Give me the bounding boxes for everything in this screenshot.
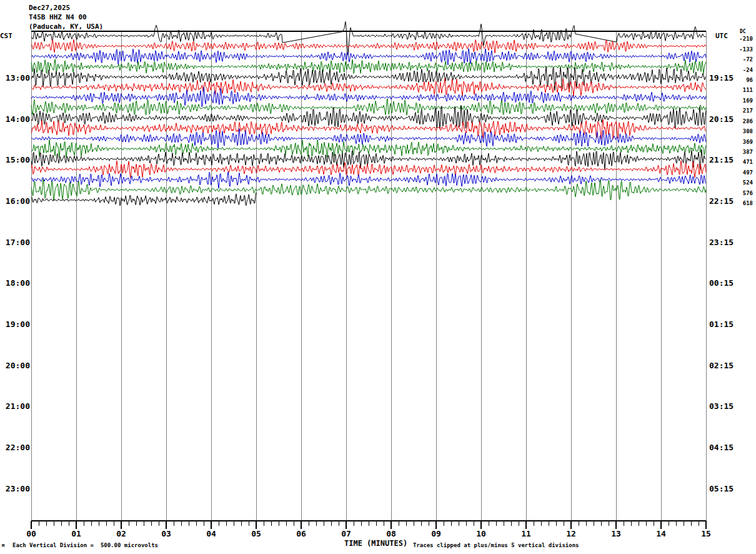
- seismic-trace: [31, 59, 706, 74]
- utc-hour-label: 05:15: [709, 485, 734, 493]
- dc-offset-value: 497: [725, 169, 753, 176]
- utc-hour-label: 04:15: [709, 443, 734, 452]
- utc-hour-label: 03:15: [709, 402, 734, 411]
- dc-offset-value: 308: [725, 128, 753, 134]
- utc-hour-label: 00:15: [709, 279, 734, 288]
- scale-note: Each Vertical Division = 500.00 microvol…: [12, 542, 158, 548]
- x-tick-label: 12: [561, 530, 581, 538]
- dc-offset-value: 217: [725, 108, 753, 114]
- x-tick-label: 00: [21, 530, 41, 538]
- cst-hour-label: 20:00: [5, 361, 30, 370]
- dc-column-header: DC: [740, 29, 746, 34]
- left-timezone-label: CST: [0, 32, 12, 40]
- dc-offset-value: 111: [725, 87, 753, 93]
- cst-hour-label: 23:00: [5, 485, 30, 493]
- dc-offset-value: 169: [725, 98, 753, 104]
- utc-hour-label: 01:15: [709, 320, 734, 329]
- cst-hour-label: 21:00: [5, 402, 30, 411]
- dc-offset-value: -24: [725, 67, 753, 73]
- title-station: T45B HHZ N4 00: [29, 13, 103, 22]
- cst-hour-label: 19:00: [5, 320, 30, 329]
- dc-offset-value: 576: [725, 190, 753, 196]
- x-tick-label: 09: [426, 530, 446, 538]
- x-tick-label: 02: [111, 530, 131, 538]
- x-tick-label: 04: [201, 530, 221, 538]
- seismogram-plot: [0, 0, 756, 554]
- seismic-trace: [31, 161, 706, 178]
- dc-offset-value: 471: [725, 159, 753, 165]
- seismic-trace: [31, 193, 256, 206]
- title-location: (Paducah, KY, USA): [29, 22, 103, 31]
- cst-hour-label: 14:00: [5, 115, 30, 124]
- x-tick-label: 08: [381, 530, 401, 538]
- seismic-trace: [31, 119, 706, 139]
- dc-offset-value: 286: [725, 118, 753, 124]
- x-tick-label: 03: [156, 530, 176, 538]
- cst-hour-label: 13:00: [5, 74, 30, 83]
- x-axis-title: TIME (MINUTES): [344, 539, 407, 548]
- seismic-trace: [31, 179, 706, 201]
- cst-hour-label: 18:00: [5, 279, 30, 288]
- utc-hour-label: 02:15: [709, 361, 734, 370]
- dc-offset-value: 387: [725, 149, 753, 155]
- x-tick-label: 15: [696, 530, 716, 538]
- seismic-trace: [31, 39, 706, 53]
- x-tick-label: 07: [336, 530, 356, 538]
- dc-offset-value: -133: [725, 46, 753, 53]
- x-tick-label: 11: [516, 530, 536, 538]
- cst-hour-label: 17:00: [5, 238, 30, 247]
- dc-offset-value: -72: [725, 56, 753, 63]
- clip-note: Traces clipped at plus/minus 5 vertical …: [413, 542, 579, 548]
- seismic-trace: [31, 172, 706, 189]
- seismic-trace: [31, 129, 706, 149]
- seismic-trace: [31, 79, 706, 96]
- dc-offset-value: -210: [725, 36, 753, 42]
- x-tick-label: 01: [66, 530, 86, 538]
- helicorder-screen: Dec27,2025 T45B HHZ N4 00 (Paducah, KY, …: [0, 0, 756, 554]
- x-tick-label: 10: [471, 530, 491, 538]
- utc-hour-label: 23:15: [709, 238, 734, 247]
- dc-offset-value: 618: [725, 200, 753, 206]
- dc-offset-value: 524: [725, 179, 753, 186]
- seismic-trace: [31, 99, 706, 116]
- logo-mark: M: [2, 543, 4, 548]
- x-tick-label: 14: [651, 530, 671, 538]
- dc-offset-value: 96: [725, 77, 753, 83]
- cst-hour-label: 15:00: [5, 156, 30, 164]
- cst-hour-label: 16:00: [5, 197, 30, 206]
- title-block: Dec27,2025 T45B HHZ N4 00 (Paducah, KY, …: [29, 3, 103, 31]
- cst-hour-label: 22:00: [5, 443, 30, 452]
- x-tick-label: 13: [606, 530, 626, 538]
- seismic-trace: [31, 106, 706, 129]
- title-date: Dec27,2025: [29, 3, 103, 13]
- x-tick-label: 06: [291, 530, 311, 538]
- dc-offset-value: 369: [725, 139, 753, 145]
- x-tick-label: 05: [246, 530, 266, 538]
